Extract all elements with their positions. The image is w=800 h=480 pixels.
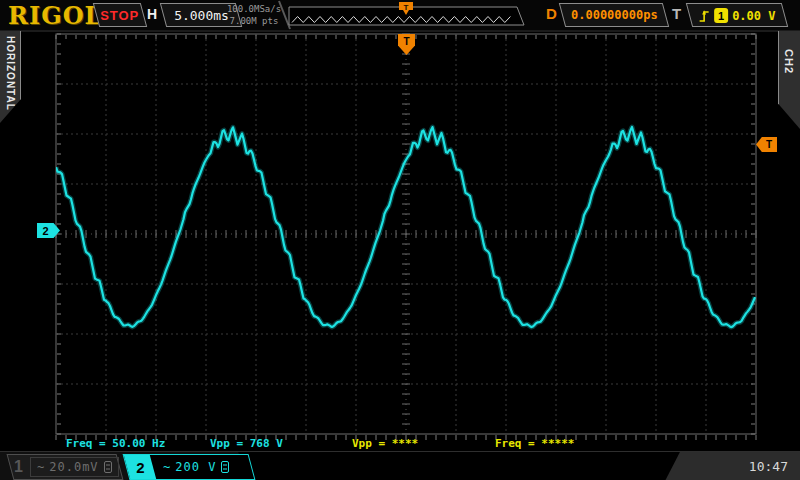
trigger-source-badge: 1 (714, 8, 728, 23)
measurement-item: Freq = 50.00 Hz (66, 437, 165, 450)
sample-rate: 100.0MSa/s (224, 3, 284, 15)
ch1-status-block[interactable]: 1 ~ 20.0mV (7, 454, 124, 480)
run-state-indicator[interactable]: STOP (93, 3, 147, 27)
ch2-coupling: ~ (163, 460, 170, 474)
run-state-label: STOP (100, 8, 139, 23)
trigger-level-marker[interactable]: T (756, 137, 777, 152)
delay-indicator[interactable]: 0.00000000ps (559, 3, 669, 27)
clock: 10:47 (749, 459, 788, 474)
tab-horizontal-menu[interactable]: HORIZONTAL (0, 31, 21, 123)
delay-label: D (546, 5, 557, 22)
trigger-position-marker[interactable]: T (398, 34, 415, 55)
waveform-display: T (0, 0, 800, 480)
tab-ch2-menu[interactable]: CH2 (778, 31, 800, 129)
bottom-status-bar: 10:47 1 ~ 20.0mV 2 ~ 200 V (0, 451, 800, 480)
clock-area: 10:47 (665, 452, 800, 480)
trigger-level-value: 0.00 V (732, 8, 775, 22)
rising-edge-icon (698, 7, 710, 24)
probe-impedance-icon (221, 461, 229, 473)
measurement-item: Vpp = **** (352, 437, 418, 450)
trigger-label: T (672, 5, 681, 22)
measurement-item: Vpp = 768 V (210, 437, 283, 450)
ch1-number: 1 (14, 458, 23, 476)
horizontal-label: H (147, 6, 157, 22)
measurement-item: Freq = ***** (495, 437, 574, 450)
ch2-ground-marker[interactable]: 2 (37, 223, 60, 238)
acquisition-info: 100.0MSa/s 7.00M pts (224, 3, 284, 27)
brand-logo: RIGOL (8, 1, 102, 30)
graticule (56, 34, 756, 440)
delay-value: 0.00000000ps (571, 8, 658, 22)
tab-horizontal-label: HORIZONTAL (5, 31, 16, 123)
timebase-value: 5.000ms (174, 8, 229, 23)
ch2-number: 2 (136, 459, 144, 476)
message-area (238, 452, 680, 480)
trigger-indicator[interactable]: 1 0.00 V (686, 3, 788, 27)
measurement-readouts: Freq = 50.00 HzVpp = 768 VVpp = ****Freq… (0, 437, 800, 450)
ch1-scale: 20.0mV (50, 460, 99, 474)
ch2-trace (56, 127, 755, 327)
ch2-scale: 200 V (175, 460, 216, 474)
ch2-status-block[interactable]: 2 ~ 200 V (123, 454, 256, 480)
memory-depth: 7.00M pts (224, 15, 284, 27)
top-status-bar: RIGOL STOP H 5.000ms 100.0MSa/s 7.00M pt… (0, 0, 800, 32)
tab-ch2-label: CH2 (783, 31, 795, 129)
ch1-coupling: ~ (37, 460, 44, 474)
probe-impedance-icon (104, 461, 112, 473)
